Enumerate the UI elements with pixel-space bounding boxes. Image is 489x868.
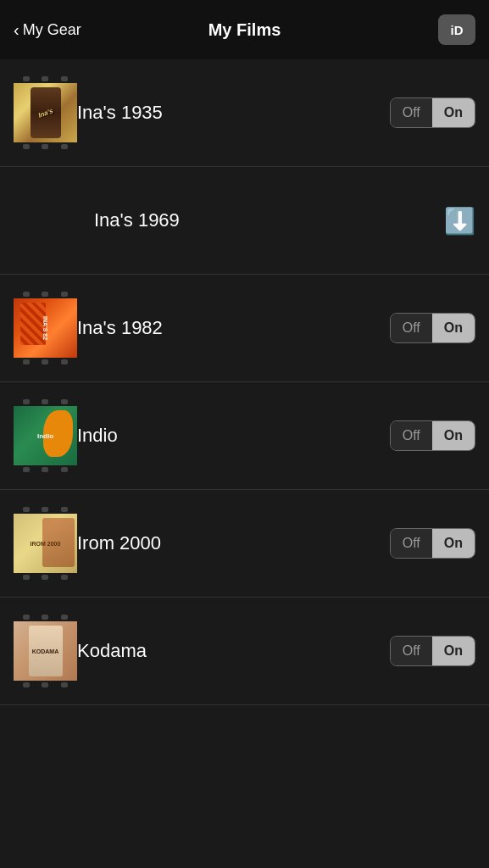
sprocket-top: [14, 505, 77, 514]
sprocket-hole: [42, 575, 48, 580]
sprocket-hole: [23, 359, 30, 364]
toggle-on-label[interactable]: On: [432, 421, 475, 450]
canister-body: Indio: [14, 406, 77, 465]
sprocket-hole: [23, 507, 30, 512]
download-icon[interactable]: ⬇️: [444, 206, 475, 236]
sprocket-hole: [42, 76, 48, 81]
toggle-on-label[interactable]: On: [432, 637, 475, 665]
canister-label: KODAMA: [32, 648, 59, 654]
film-name: Indio: [77, 425, 390, 447]
toggle-off-label[interactable]: Off: [391, 529, 432, 558]
sprocket-top: [14, 75, 77, 83]
canister-body: IROM 2000: [14, 514, 77, 573]
sprocket-hole: [42, 507, 48, 512]
toggle-on-label[interactable]: On: [432, 314, 475, 342]
sprocket-hole: [23, 292, 30, 297]
back-label: My Gear: [23, 21, 81, 39]
sprocket-hole: [61, 359, 68, 364]
sprocket-hole: [23, 575, 30, 580]
sprocket-top: [14, 398, 77, 406]
sprocket-hole: [61, 682, 68, 687]
sprocket-hole: [61, 507, 68, 512]
header: ‹ My Gear My Films iD: [0, 0, 489, 59]
film-thumbnail-kodama: KODAMA: [14, 613, 77, 689]
list-item: Ina's 1969 ⬇️: [0, 167, 489, 275]
toggle-kodama[interactable]: Off On: [390, 636, 475, 666]
canister-label: Ina's: [37, 107, 54, 120]
sprocket-hole: [42, 359, 48, 364]
toggle-inas-1982[interactable]: Off On: [390, 313, 475, 343]
sprocket-hole: [61, 76, 68, 81]
film-thumbnail-indio: Indio: [14, 398, 77, 474]
sprocket-hole: [23, 615, 30, 620]
sprocket-top: [14, 290, 77, 298]
sprocket-top: [14, 613, 77, 621]
list-item: INA'S 82 Ina's 1982 Off On: [0, 275, 489, 382]
canister-label: INA'S 82: [42, 316, 48, 340]
sprocket-hole: [61, 615, 68, 620]
sprocket-bottom: [14, 358, 77, 366]
film-thumbnail-irom-2000: IROM 2000: [14, 505, 77, 581]
back-chevron-icon: ‹: [14, 20, 19, 40]
toggle-off-label[interactable]: Off: [391, 421, 432, 450]
toggle-off-label[interactable]: Off: [391, 98, 432, 127]
film-name: Irom 2000: [77, 532, 390, 554]
sprocket-hole: [42, 467, 48, 472]
film-name: Ina's 1982: [77, 317, 390, 339]
canister-label: Indio: [37, 432, 53, 440]
toggle-irom-2000[interactable]: Off On: [390, 528, 475, 559]
sprocket-bottom: [14, 681, 77, 689]
sprocket-hole: [23, 682, 30, 687]
sprocket-hole: [23, 76, 30, 81]
film-list: Ina's Ina's 1935 Off On Ina's 1969 ⬇️: [0, 59, 489, 705]
film-name: Ina's 1969: [94, 209, 444, 231]
sprocket-hole: [23, 144, 30, 149]
toggle-off-label[interactable]: Off: [391, 314, 432, 342]
sprocket-hole: [42, 144, 48, 149]
list-item: Indio Indio Off On: [0, 382, 489, 490]
sprocket-hole: [42, 682, 48, 687]
film-thumbnail-inas-1982: INA'S 82: [14, 290, 77, 366]
toggle-on-label[interactable]: On: [432, 529, 475, 558]
sprocket-hole: [61, 575, 68, 580]
toggle-inas-1935[interactable]: Off On: [390, 97, 475, 128]
film-thumbnail-inas-1935: Ina's: [14, 75, 77, 151]
sprocket-hole: [61, 467, 68, 472]
sprocket-hole: [23, 399, 30, 404]
list-item: IROM 2000 Irom 2000 Off On: [0, 490, 489, 598]
toggle-on-label[interactable]: On: [432, 98, 475, 127]
id-button[interactable]: iD: [438, 14, 475, 45]
sprocket-hole: [42, 292, 48, 297]
canister-body: Ina's: [14, 83, 77, 142]
canister-body: INA'S 82: [14, 298, 77, 358]
sprocket-hole: [42, 399, 48, 404]
sprocket-hole: [23, 467, 30, 472]
toggle-off-label[interactable]: Off: [391, 637, 432, 665]
list-item: KODAMA Kodama Off On: [0, 598, 489, 705]
sprocket-hole: [61, 399, 68, 404]
toggle-indio[interactable]: Off On: [390, 420, 475, 451]
canister-label: IROM 2000: [31, 541, 61, 547]
list-item: Ina's Ina's 1935 Off On: [0, 59, 489, 167]
sprocket-bottom: [14, 142, 77, 151]
no-thumbnail: [14, 182, 77, 259]
film-name: Ina's 1935: [77, 102, 390, 124]
page-title: My Films: [208, 20, 281, 40]
sprocket-hole: [61, 292, 68, 297]
sprocket-hole: [42, 615, 48, 620]
canister-body: KODAMA: [14, 621, 77, 681]
sprocket-bottom: [14, 465, 77, 474]
sprocket-bottom: [14, 573, 77, 581]
film-name: Kodama: [77, 640, 390, 662]
sprocket-hole: [61, 144, 68, 149]
back-button[interactable]: ‹ My Gear: [14, 20, 81, 40]
